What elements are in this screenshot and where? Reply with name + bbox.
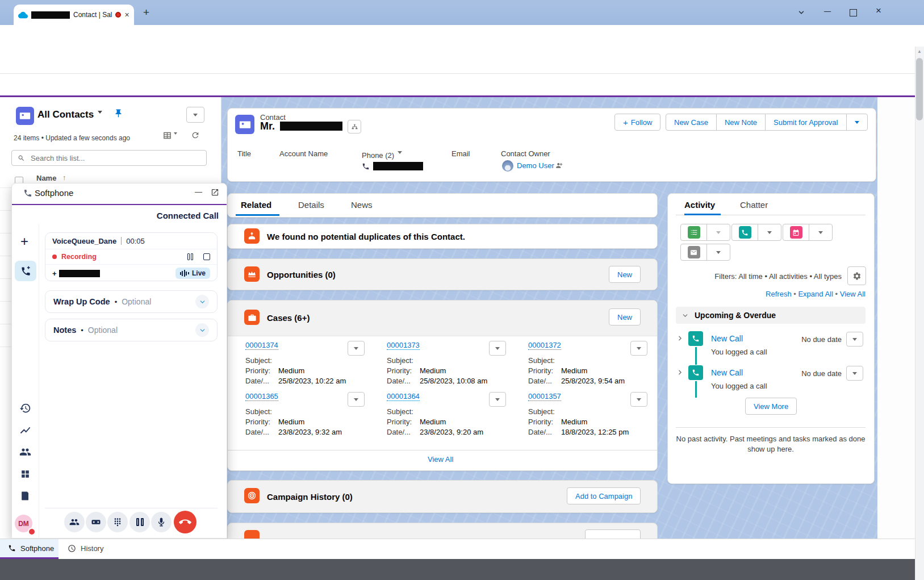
name-column-header[interactable]: Name — [36, 174, 56, 182]
utility-history-tab[interactable]: History — [58, 539, 124, 557]
pause-recording-icon[interactable] — [187, 253, 193, 260]
cases-title[interactable]: Cases (6+) — [267, 313, 310, 323]
phone-value-icon — [362, 162, 370, 170]
list-refresh-icon[interactable] — [191, 131, 200, 140]
event-dropdown-button[interactable] — [809, 224, 832, 240]
new-case-button[interactable]: New Case — [666, 114, 716, 130]
refresh-link[interactable]: Refresh — [766, 290, 792, 298]
browser-tab[interactable]: Contact | Sal × — [14, 5, 134, 25]
cases-view-all-link[interactable]: View All — [428, 455, 453, 464]
window-chevron-icon[interactable] — [795, 6, 808, 19]
submit-for-approval-button[interactable]: Submit for Approval — [765, 114, 846, 130]
display-as-icon[interactable] — [162, 131, 172, 140]
add-to-campaign-button[interactable]: Add to Campaign — [567, 487, 641, 504]
utility-softphone-tab[interactable]: Softphone — [0, 539, 58, 557]
timeline-item-title[interactable]: New Call — [711, 334, 743, 343]
window-close-button[interactable]: × — [872, 5, 885, 17]
live-badge[interactable]: Live — [175, 268, 210, 279]
window-minimize-button[interactable]: — — [821, 5, 834, 18]
timeline-expand-icon[interactable] — [676, 369, 684, 376]
tab-activity[interactable]: Activity — [684, 200, 715, 210]
timeline-item-dropdown-button[interactable] — [846, 332, 863, 347]
softphone-popout-icon[interactable] — [211, 188, 219, 197]
case-actions-dropdown-button[interactable] — [348, 392, 365, 407]
rail-history-icon[interactable] — [19, 402, 31, 414]
tab-chatter[interactable]: Chatter — [740, 200, 768, 210]
dialpad-button[interactable] — [107, 512, 128, 532]
display-as-dropdown-icon[interactable] — [174, 135, 177, 145]
tab-details[interactable]: Details — [298, 200, 324, 210]
more-actions-dropdown-button[interactable] — [846, 114, 867, 130]
softphone-minimize-button[interactable]: — — [195, 187, 202, 196]
voicemail-drop-button[interactable] — [86, 512, 106, 532]
wrapup-card[interactable]: Wrap Up Code • Optional — [45, 290, 218, 313]
case-actions-dropdown-button[interactable] — [348, 341, 365, 356]
activity-filter-gear-button[interactable] — [847, 266, 866, 285]
timeline-item-dropdown-button[interactable] — [846, 366, 863, 381]
rail-chart-icon[interactable] — [19, 424, 31, 436]
expand-all-link[interactable]: Expand All — [798, 290, 833, 298]
list-actions-dropdown-button[interactable] — [186, 107, 204, 123]
rail-add-call-icon[interactable]: + — [20, 233, 28, 249]
case-actions-dropdown-button[interactable] — [630, 341, 647, 356]
tab-related[interactable]: Related — [241, 200, 271, 210]
case-number-link[interactable]: 00001364 — [387, 392, 420, 401]
view-more-button[interactable]: View More — [745, 398, 797, 415]
rail-notes-icon[interactable] — [20, 490, 31, 501]
next-section-button-partial[interactable] — [585, 529, 641, 539]
page-scrollbar[interactable] — [915, 47, 924, 580]
case-number-link[interactable]: 00001365 — [245, 392, 278, 401]
list-view-dropdown-icon[interactable] — [98, 114, 102, 124]
case-actions-dropdown-button[interactable] — [630, 392, 647, 407]
scrollbar-thumb[interactable] — [916, 58, 923, 120]
mute-mic-button[interactable] — [151, 512, 172, 532]
opportunities-title[interactable]: Opportunities (0) — [267, 270, 336, 279]
tab-close-icon[interactable]: × — [124, 11, 129, 19]
activity-view-all-link[interactable]: View All — [840, 290, 866, 298]
upcoming-overdue-header[interactable]: Upcoming & Overdue — [676, 307, 866, 324]
new-note-button[interactable]: New Note — [716, 114, 765, 130]
wrapup-expand-icon[interactable] — [195, 295, 209, 308]
task-dropdown-button[interactable] — [707, 224, 730, 240]
owner-link[interactable]: Demo User — [517, 161, 554, 170]
case-number-link[interactable]: 00001374 — [245, 341, 278, 350]
campaign-title[interactable]: Campaign History (0) — [267, 492, 353, 502]
change-owner-icon[interactable] — [555, 161, 563, 169]
end-call-button[interactable] — [174, 511, 196, 533]
notes-card[interactable]: Notes • Optional — [45, 319, 218, 341]
list-view-title[interactable]: All Contacts — [37, 109, 94, 120]
notes-expand-icon[interactable] — [195, 323, 209, 337]
stop-recording-icon[interactable] — [203, 253, 210, 260]
section-collapse-icon[interactable] — [681, 312, 689, 319]
scrollbar-up-icon[interactable]: ▲ — [917, 49, 922, 54]
rail-active-call-icon[interactable] — [15, 261, 36, 281]
pin-icon[interactable] — [114, 109, 123, 118]
tab-news[interactable]: News — [351, 200, 373, 210]
new-tab-button[interactable]: + — [143, 7, 149, 18]
case-number-link[interactable]: 00001357 — [528, 392, 561, 401]
follow-button[interactable]: + Follow — [614, 114, 660, 131]
call-dropdown-button[interactable] — [758, 224, 781, 240]
case-number-link[interactable]: 00001372 — [528, 341, 561, 350]
cases-new-button[interactable]: New — [609, 308, 641, 326]
window-maximize-button[interactable] — [847, 6, 859, 19]
rail-contacts-icon[interactable] — [19, 446, 31, 458]
new-event-button[interactable] — [783, 224, 809, 240]
rail-apps-grid-icon[interactable] — [20, 469, 31, 479]
timeline-expand-icon[interactable] — [676, 335, 684, 342]
conference-button[interactable] — [64, 512, 85, 532]
list-search-box[interactable] — [11, 150, 207, 166]
case-actions-dropdown-button[interactable] — [489, 392, 506, 407]
hold-button[interactable] — [129, 512, 150, 532]
email-button[interactable] — [681, 244, 707, 260]
new-task-button[interactable] — [681, 224, 707, 240]
hierarchy-button[interactable] — [348, 120, 361, 133]
list-search-input[interactable] — [30, 153, 200, 163]
opportunities-new-button[interactable]: New — [609, 266, 641, 283]
case-number-link[interactable]: 00001373 — [387, 341, 420, 350]
log-call-button[interactable] — [732, 224, 758, 240]
email-dropdown-button[interactable] — [707, 244, 730, 260]
field-phone-label[interactable]: Phone (2) — [362, 151, 394, 160]
case-actions-dropdown-button[interactable] — [489, 341, 506, 356]
timeline-item-title[interactable]: New Call — [711, 368, 743, 377]
